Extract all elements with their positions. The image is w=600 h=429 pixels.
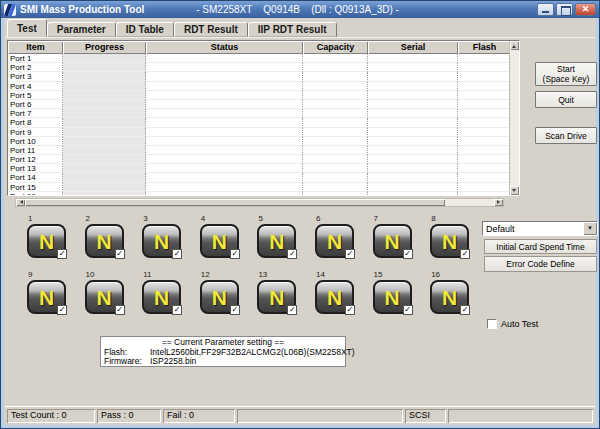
table-horizontal-scrollbar[interactable] (15, 198, 504, 207)
minimize-button[interactable] (537, 3, 554, 16)
titlebar[interactable]: SMI Mass Production Tool - SM2258XT Q091… (1, 1, 599, 18)
nand-device-icon[interactable]: N✓ (85, 280, 124, 314)
device-checkbox[interactable]: ✓ (230, 305, 240, 315)
scroll-right-icon[interactable] (494, 199, 503, 206)
app-client-area: TestParameterID TableRDT ResultIIP RDT R… (4, 18, 596, 425)
initial-card-spend-time-button[interactable]: Initial Card Spend Time (484, 239, 597, 254)
nand-device-icon[interactable]: N✓ (200, 224, 239, 258)
device-slot-16: 16N✓ (421, 270, 479, 322)
progress-cell (63, 54, 146, 63)
error-code-define-button[interactable]: Error Code Define (484, 256, 597, 272)
scroll-down-icon[interactable] (510, 186, 519, 195)
flash-cell (458, 63, 511, 72)
device-slot-4: 4N✓ (191, 214, 249, 266)
device-checkbox[interactable]: ✓ (345, 249, 355, 259)
table-row[interactable]: Port 15 (8, 183, 519, 192)
table-row[interactable]: Port 1 (8, 54, 519, 63)
nand-device-icon[interactable]: N✓ (27, 280, 66, 314)
nand-device-icon[interactable]: N✓ (257, 280, 296, 314)
maximize-button[interactable] (556, 3, 573, 16)
nand-device-icon[interactable]: N✓ (85, 224, 124, 258)
quit-button[interactable]: Quit (535, 91, 597, 108)
nand-device-icon[interactable]: N✓ (142, 280, 181, 314)
capacity-cell (303, 164, 368, 173)
table-row[interactable]: Port 4 (8, 82, 519, 91)
device-checkbox[interactable]: ✓ (287, 305, 297, 315)
device-checkbox[interactable]: ✓ (172, 249, 182, 259)
tab-rdt-result[interactable]: RDT Result (174, 22, 248, 37)
progress-cell (63, 100, 146, 109)
progress-cell (63, 63, 146, 72)
table-row[interactable]: Port 2 (8, 63, 519, 72)
device-checkbox[interactable]: ✓ (460, 305, 470, 315)
close-button[interactable]: ✕ (575, 3, 596, 16)
device-checkbox[interactable]: ✓ (115, 249, 125, 259)
item-cell: Port 10 (8, 137, 63, 146)
table-row[interactable]: Port 7 (8, 109, 519, 118)
chevron-down-icon[interactable]: ▼ (583, 222, 597, 235)
table-row[interactable]: Port 8 (8, 118, 519, 127)
capacity-cell (303, 192, 368, 195)
capacity-cell (303, 155, 368, 164)
auto-test-label: Auto Test (501, 319, 538, 329)
device-slot-number: 6 (316, 214, 320, 223)
capacity-cell (303, 137, 368, 146)
device-checkbox[interactable]: ✓ (403, 249, 413, 259)
table-row[interactable]: Port 5 (8, 91, 519, 100)
column-header-status[interactable]: Status (146, 41, 303, 54)
device-checkbox[interactable]: ✓ (57, 305, 67, 315)
device-checkbox[interactable]: ✓ (287, 249, 297, 259)
nand-device-icon[interactable]: N✓ (315, 224, 354, 258)
nand-device-icon[interactable]: N✓ (373, 280, 412, 314)
device-slot-number: 7 (374, 214, 378, 223)
nand-device-icon[interactable]: N✓ (27, 224, 66, 258)
scroll-left-icon[interactable] (16, 199, 25, 206)
device-checkbox[interactable]: ✓ (172, 305, 182, 315)
tab-test[interactable]: Test (7, 19, 47, 37)
profile-dropdown[interactable]: Default ▼ (482, 221, 598, 236)
scrollbar-track[interactable] (445, 199, 494, 206)
nand-device-icon[interactable]: N✓ (315, 280, 354, 314)
column-header-serial[interactable]: Serial (368, 41, 458, 54)
device-checkbox[interactable]: ✓ (345, 305, 355, 315)
table-row[interactable]: Port 13 (8, 164, 519, 173)
table-row[interactable]: Port 14 (8, 173, 519, 182)
table-row[interactable]: Port 12 (8, 155, 519, 164)
scrollbar-thumb[interactable] (25, 199, 445, 206)
column-header-flash[interactable]: Flash (458, 41, 511, 54)
device-checkbox[interactable]: ✓ (460, 249, 470, 259)
table-row[interactable]: Port 9 (8, 128, 519, 137)
device-checkbox[interactable]: ✓ (115, 305, 125, 315)
device-slot-number: 13 (258, 270, 267, 279)
table-row[interactable]: Port 16 (8, 192, 519, 195)
nand-device-icon[interactable]: N✓ (257, 224, 296, 258)
device-checkbox[interactable]: ✓ (403, 305, 413, 315)
item-cell: Port 16 (8, 192, 63, 195)
auto-test-checkbox[interactable]: Auto Test (487, 319, 538, 329)
table-vertical-scrollbar[interactable] (509, 41, 519, 195)
capacity-cell (303, 183, 368, 192)
nand-device-icon[interactable]: N✓ (373, 224, 412, 258)
table-row[interactable]: Port 10 (8, 137, 519, 146)
tab-id-table[interactable]: ID Table (116, 22, 174, 37)
table-row[interactable]: Port 6 (8, 100, 519, 109)
status-cell (146, 146, 303, 155)
status-cell (146, 72, 303, 81)
nand-device-icon[interactable]: N✓ (430, 224, 469, 258)
table-row[interactable]: Port 11 (8, 146, 519, 155)
nand-device-icon[interactable]: N✓ (430, 280, 469, 314)
scan-drive-button[interactable]: Scan Drive (535, 127, 597, 144)
start-button[interactable]: Start (Space Key) (535, 62, 597, 86)
column-header-capacity[interactable]: Capacity (303, 41, 368, 54)
table-row[interactable]: Port 3 (8, 72, 519, 81)
scroll-up-icon[interactable] (510, 41, 519, 50)
checkbox-icon[interactable] (487, 319, 497, 329)
column-header-item[interactable]: Item (8, 41, 63, 54)
tab-iip-rdt-result[interactable]: IIP RDT Result (248, 22, 337, 37)
device-checkbox[interactable]: ✓ (57, 249, 67, 259)
column-header-progress[interactable]: Progress (63, 41, 146, 54)
nand-device-icon[interactable]: N✓ (200, 280, 239, 314)
nand-device-icon[interactable]: N✓ (142, 224, 181, 258)
tab-parameter[interactable]: Parameter (47, 22, 116, 37)
device-checkbox[interactable]: ✓ (230, 249, 240, 259)
